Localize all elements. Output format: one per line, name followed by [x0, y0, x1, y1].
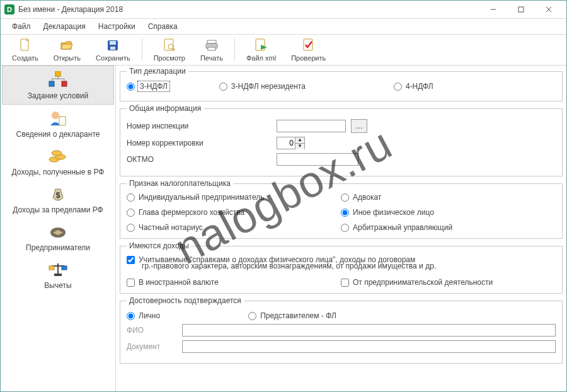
radio-input[interactable]: [127, 83, 135, 91]
button-browse-inspection[interactable]: …: [351, 119, 367, 133]
radio-4ndfl[interactable]: 4-НДФЛ: [394, 82, 433, 91]
toolbar-separator: [234, 38, 235, 61]
svg-text:$: $: [56, 191, 60, 200]
input-inspection[interactable]: [277, 120, 346, 132]
toolbar-create[interactable]: Создать: [4, 35, 46, 65]
input-document[interactable]: [182, 340, 556, 353]
spinner-correction[interactable]: ▲ ▼: [277, 137, 305, 149]
radio-ip[interactable]: Индивидуальный предприниматель: [127, 193, 341, 202]
checkbox-foreign-currency[interactable]: В иностранной валюте: [127, 278, 341, 287]
spinner-down[interactable]: ▼: [295, 144, 304, 149]
radio-input[interactable]: [127, 312, 135, 320]
body: Задание условий Сведения о декларанте До…: [1, 66, 566, 391]
toolbar-check[interactable]: Проверить: [284, 35, 333, 65]
sidebar-item-income-rf[interactable]: Доходы, полученные в РФ: [1, 142, 115, 180]
svg-rect-34: [54, 274, 62, 276]
input-fio[interactable]: [182, 324, 556, 337]
label-fio: ФИО: [127, 326, 177, 335]
spinner-up[interactable]: ▲: [295, 137, 304, 144]
radio-label: 3-НДФЛ нерезидента: [231, 82, 306, 91]
save-icon: [105, 38, 120, 53]
menu-help[interactable]: Справка: [142, 21, 184, 32]
group-declaration-type: Тип декларации 3-НДФЛ 3-НДФЛ нерезидента…: [120, 67, 563, 101]
menu-settings[interactable]: Настройки: [92, 21, 142, 32]
radio-representative[interactable]: Представителем - ФЛ: [248, 311, 336, 320]
toolbar-open[interactable]: Открыть: [46, 35, 88, 65]
minimize-button[interactable]: [479, 1, 507, 18]
radio-label: 4-НДФЛ: [406, 82, 433, 91]
toolbar-save[interactable]: Сохранить: [88, 35, 138, 65]
label-inspection: Номер инспекции: [127, 122, 272, 130]
print-icon: [204, 38, 219, 53]
label-oktmo: ОКТМО: [127, 155, 272, 164]
input-oktmo[interactable]: [277, 153, 358, 166]
minimize-icon: [490, 6, 496, 13]
svg-point-23: [52, 112, 59, 119]
radio-input[interactable]: [248, 312, 256, 320]
sidebar-item-label: Сведения о декларанте: [16, 130, 100, 139]
conditions-icon: [48, 70, 68, 90]
radio-3ndfl[interactable]: 3-НДФЛ: [127, 82, 169, 91]
radio-label: Адвокат: [353, 193, 381, 202]
svg-rect-15: [304, 39, 312, 50]
radio-3ndfl-nonresident[interactable]: 3-НДФЛ нерезидента: [219, 82, 306, 91]
label-document: Документ: [127, 342, 177, 351]
svg-rect-18: [62, 81, 67, 86]
radio-input[interactable]: [219, 83, 227, 91]
sidebar-item-declarant[interactable]: Сведения о декларанте: [1, 105, 115, 142]
application-window: D Без имени - Декларация 2018 Файл Декла…: [0, 0, 567, 392]
toolbar: Создать Открыть Сохранить Просмотр Печа: [1, 35, 566, 66]
check-icon: [301, 38, 316, 53]
checkbox-input[interactable]: [127, 256, 135, 264]
radio-arbitration-manager[interactable]: Арбитражный управляющий: [341, 223, 556, 232]
checkbox-label: От предпринимательской деятельности: [353, 278, 493, 287]
toolbar-file-xml[interactable]: Файл xml: [239, 35, 284, 65]
toolbar-print[interactable]: Печать: [193, 35, 231, 65]
maximize-button[interactable]: [507, 1, 535, 18]
coins-icon: [48, 146, 68, 166]
menu-declaration[interactable]: Декларация: [37, 21, 92, 32]
ellipsis-icon: …: [355, 122, 363, 130]
svg-rect-32: [49, 266, 54, 270]
titlebar: D Без имени - Декларация 2018: [1, 1, 566, 19]
sidebar-item-conditions[interactable]: Задание условий: [2, 66, 114, 105]
radio-label: Глава фермерского хозяйства: [139, 208, 244, 217]
sidebar-item-deductions[interactable]: Вычеты: [1, 256, 115, 294]
radio-label: Индивидуальный предприниматель: [139, 193, 264, 202]
sidebar-item-entrepreneurs[interactable]: Предприниматели: [1, 218, 115, 256]
main-panel: Тип декларации 3-НДФЛ 3-НДФЛ нерезидента…: [116, 66, 566, 391]
label-correction: Номер корректировки: [127, 139, 272, 147]
svg-point-27: [52, 151, 62, 156]
spinner-input[interactable]: [277, 137, 295, 149]
checkbox-input[interactable]: [341, 279, 349, 287]
radio-input[interactable]: [341, 224, 349, 232]
radio-input[interactable]: [127, 193, 135, 202]
menu-file[interactable]: Файл: [6, 21, 37, 32]
radio-other-individual[interactable]: Иное физическое лицо: [341, 208, 556, 217]
radio-input[interactable]: [394, 83, 402, 91]
new-file-icon: [18, 38, 33, 53]
toolbar-preview[interactable]: Просмотр: [146, 35, 193, 65]
group-income: Имеются доходы Учитываемые "справками о …: [120, 241, 563, 294]
close-button[interactable]: [535, 1, 563, 18]
sidebar-item-label: Доходы, полученные в РФ: [12, 168, 105, 176]
group-legend: Имеются доходы: [127, 241, 192, 250]
sidebar-item-income-abroad[interactable]: $ Доходы за пределами РФ: [1, 180, 115, 218]
sidebar-item-label: Задание условий: [28, 91, 88, 100]
checkbox-entrepreneur-income[interactable]: От предпринимательской деятельности: [341, 278, 556, 287]
checkbox-label-line2: гр.-правового характера, авторским возна…: [142, 262, 556, 270]
menubar: Файл Декларация Настройки Справка: [1, 19, 566, 35]
radio-farm-head[interactable]: Глава фермерского хозяйства: [127, 208, 341, 217]
radio-advocate[interactable]: Адвокат: [341, 193, 556, 202]
checkbox-input[interactable]: [127, 279, 135, 287]
radio-input[interactable]: [127, 209, 135, 217]
folder-open-icon: [59, 38, 74, 53]
radio-label: Частный нотариус: [139, 223, 203, 232]
svg-rect-6: [110, 41, 116, 45]
radio-input[interactable]: [341, 209, 349, 217]
radio-input[interactable]: [341, 193, 349, 202]
radio-input[interactable]: [127, 224, 135, 232]
radio-personally[interactable]: Лично: [127, 311, 160, 320]
xml-file-icon: [254, 38, 269, 53]
radio-notary[interactable]: Частный нотариус: [127, 223, 341, 232]
